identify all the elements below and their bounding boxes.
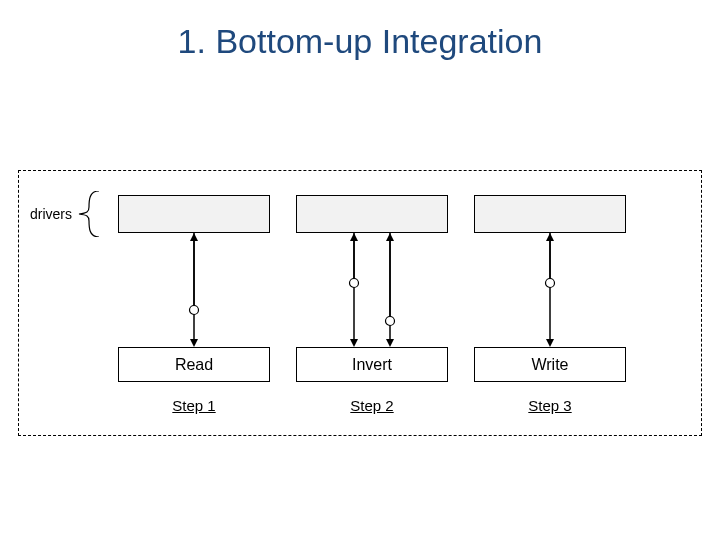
- driver-box-1: [118, 195, 270, 233]
- driver-box-2: [296, 195, 448, 233]
- module-box-read: Read: [118, 347, 270, 382]
- svg-marker-1: [190, 339, 198, 347]
- module-box-write: Write: [474, 347, 626, 382]
- svg-marker-3: [190, 233, 198, 241]
- module-box-invert: Invert: [296, 347, 448, 382]
- brace-icon: [77, 191, 99, 237]
- step-label-3: Step 3: [474, 397, 626, 414]
- svg-point-4: [190, 306, 199, 315]
- svg-marker-8: [350, 233, 358, 241]
- svg-marker-11: [386, 339, 394, 347]
- svg-point-19: [546, 279, 555, 288]
- drivers-label: drivers: [30, 206, 72, 222]
- step-label-2: Step 2: [296, 397, 448, 414]
- driver-box-3: [474, 195, 626, 233]
- connector-2b: [384, 233, 396, 347]
- svg-marker-16: [546, 339, 554, 347]
- svg-marker-18: [546, 233, 554, 241]
- svg-marker-13: [386, 233, 394, 241]
- page-title: 1. Bottom-up Integration: [0, 22, 720, 61]
- svg-point-14: [386, 317, 395, 326]
- step-label-1: Step 1: [118, 397, 270, 414]
- connector-3: [544, 233, 556, 347]
- svg-marker-6: [350, 339, 358, 347]
- connector-2a: [348, 233, 360, 347]
- svg-point-9: [350, 279, 359, 288]
- connector-1: [188, 233, 200, 347]
